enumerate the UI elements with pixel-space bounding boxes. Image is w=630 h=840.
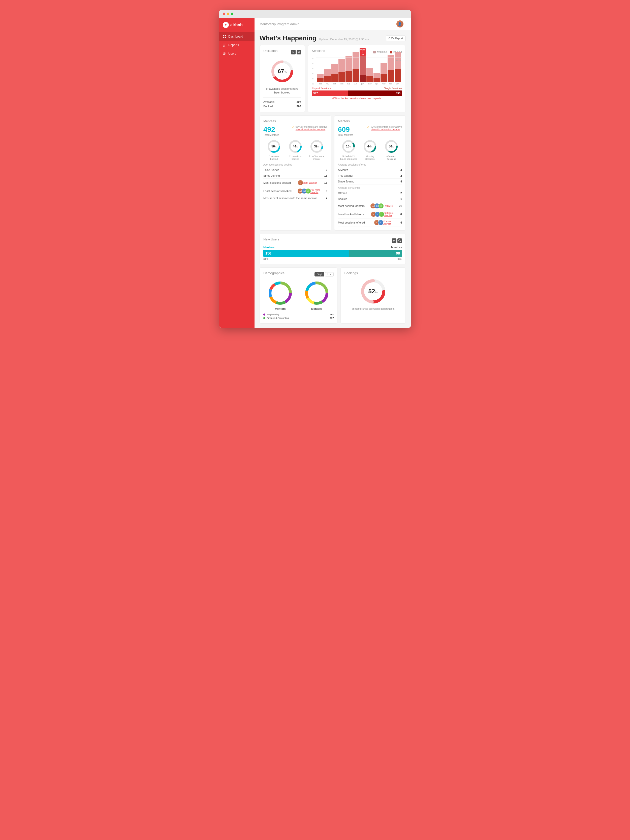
mentors-inactive-link[interactable]: View all 128 inactive mentors [371, 128, 402, 131]
browser-window: ✦ airbnb Dashboard Reports Users Mentors… [219, 10, 411, 328]
user-avatar[interactable]: 👤 [396, 21, 403, 27]
nu-tab-mentors[interactable]: Mentors [391, 246, 402, 249]
bar-apr-avail [373, 73, 380, 78]
sidebar-item-users[interactable]: Users [219, 49, 254, 58]
logo-text: airbnb [231, 23, 243, 27]
svg-line-28 [400, 241, 401, 242]
bar-jul-avail [352, 52, 359, 69]
svg-rect-5 [223, 44, 226, 45]
mentees-d3-label: 2+ w/ the same mentor [308, 155, 325, 161]
mentees-d1-label: 1 session booked [265, 155, 283, 161]
mentors-lb-link[interactable]: view list [384, 214, 393, 217]
sessions-bottom: Repeat Sessions Single Sessions 397 593 [312, 87, 402, 100]
mentors-header: 609 Total Mentors ⚠ 22% of mentors are i… [338, 126, 402, 136]
bar-mar-label: mar [382, 83, 385, 85]
mentees-inactive-link[interactable]: View all 302 inactive mentees [295, 128, 327, 131]
browser-dot-red[interactable] [223, 13, 225, 15]
svg-point-8 [224, 52, 225, 54]
demo-legend: Engineering 397 Finance & Accounting 397 [263, 313, 334, 320]
mentors-month-val: 3 [400, 168, 402, 171]
mentees-lb-link[interactable]: view list [311, 191, 320, 194]
mentors-mo-more-group: +2 more view list [383, 220, 392, 225]
mentees-d2-label: 2+ sessions booked [287, 155, 304, 161]
sidebar-item-dashboard[interactable]: Dashboard [219, 32, 254, 41]
mentees-inactive-pct: 61% of mentees are inactive [295, 126, 327, 128]
user-dot: · [405, 22, 406, 25]
bar-sept-label: sept [340, 83, 343, 85]
nu-tab-mentees[interactable]: Mentees [263, 246, 275, 249]
y-label-50: 50 [312, 62, 314, 65]
repeat-val: 397 [313, 92, 318, 95]
demo-tab-dept[interactable]: Dept [314, 272, 324, 276]
nu-badge-search[interactable] [397, 238, 402, 243]
demo-tab-loc[interactable]: Loc [325, 272, 334, 276]
sidebar: ✦ airbnb Dashboard Reports Users [219, 18, 254, 328]
mentees-least-booked-label: Least sessions booked [263, 189, 292, 193]
bar-jun-num2: 36 [360, 53, 365, 55]
sidebar-item-reports[interactable]: Reports [219, 41, 254, 49]
mentors-least-booked-label: Least booked Mentor [338, 213, 364, 216]
bar-oct-avail [332, 64, 338, 74]
mentors-donut-2: 44% Morning Sessions [361, 139, 379, 161]
legend-color-finance [263, 317, 265, 319]
util-badge-search[interactable] [297, 50, 301, 54]
browser-dot-green[interactable] [231, 13, 233, 15]
mentors-booked-label: Booked [338, 197, 347, 201]
mentees-pie-svg [304, 281, 329, 306]
bar-mar-booked [381, 74, 387, 82]
mentors-most-booked-group: A B C view list [370, 203, 393, 209]
mentees-repeat-row: Most repeat sessions with the same mento… [263, 195, 327, 201]
bar-jun-pct: 91% [360, 48, 365, 51]
new-users-header: New Users M [263, 237, 402, 244]
browser-dot-yellow[interactable] [227, 13, 229, 15]
mentors-most-offered-row: Most sessions offered A B +2 more view l… [338, 218, 402, 227]
mentors-most-booked-val: 21 [399, 204, 402, 207]
nu-search-icon [398, 239, 401, 242]
bookings-description: of mentorships are within departments [344, 307, 402, 311]
util-header: Utilization M [263, 49, 301, 55]
sessions-bar-labels: Repeat Sessions Single Sessions [312, 87, 402, 90]
mentors-offered-label: Offered [338, 191, 347, 194]
bookings-center: 52% [368, 288, 378, 295]
legend-available-dot [373, 51, 376, 54]
svg-rect-4 [223, 44, 226, 44]
mentees-title: Mentees [263, 119, 327, 123]
bar-jan-stack [395, 52, 401, 82]
svg-point-10 [298, 51, 299, 53]
bookings-title: Bookings [344, 271, 402, 275]
mentors-month-row: A Month 3 [338, 167, 402, 173]
util-booked-val: 593 [297, 105, 301, 108]
mentors-d1-label: Schedule 2+ hours per month [340, 155, 357, 161]
mentors-mo-link[interactable]: view list [383, 223, 392, 225]
nu-badge-m[interactable]: M [392, 238, 396, 243]
mentors-lb-group: A B C +23 more view list [371, 212, 393, 217]
util-badge-m[interactable]: M [291, 50, 295, 54]
mentors-booked-row: Booked 1 [338, 196, 402, 202]
mentees-repeat-label: Most repeat sessions with the same mento… [263, 197, 317, 200]
mentees-lb-more: +23 more [311, 188, 320, 191]
mentors-most-booked-row: Most booked Mentors A B C view list 21 [338, 202, 402, 210]
mentees-card: Mentees 492 Total Mentees ⚠ 61% of mente… [260, 115, 331, 231]
mentors-mb-link[interactable]: view list [385, 205, 393, 207]
bar-oct-stack [332, 64, 338, 82]
legend-color-eng [263, 314, 265, 316]
mentees-donut-row: 56% 1 session booked [263, 139, 327, 161]
mentees-most-booked-name[interactable]: Mark Watson [303, 182, 317, 184]
y-axis-labels: 60 50 40 30 20 10 [312, 57, 314, 85]
csv-export-button[interactable]: CSV Export [386, 36, 406, 41]
mentors-donut-row: 16% Schedule 2+ hours per month [338, 139, 402, 161]
bar-nov-label: nov [326, 83, 329, 85]
mentors-total-group: 609 Total Mentors [338, 126, 353, 136]
mentors-lb-val: 0 [400, 213, 402, 216]
mentees-donut-3-svg: 32% [309, 139, 324, 154]
bar-nov-booked [324, 76, 331, 82]
single-sessions-label: Single Sessions [384, 87, 402, 90]
mentees-most-booked-val: 16 [324, 181, 327, 184]
mentors-mo-more: +2 more [383, 220, 392, 223]
demographics-card: Demographics Dept Loc [260, 267, 338, 324]
new-users-pct-row: 61% 38% [263, 258, 402, 261]
bar-sept-booked [338, 72, 345, 82]
bar-aug-stack [346, 56, 352, 82]
svg-point-46 [308, 284, 325, 302]
mentors-lb-av3: C [379, 212, 384, 217]
